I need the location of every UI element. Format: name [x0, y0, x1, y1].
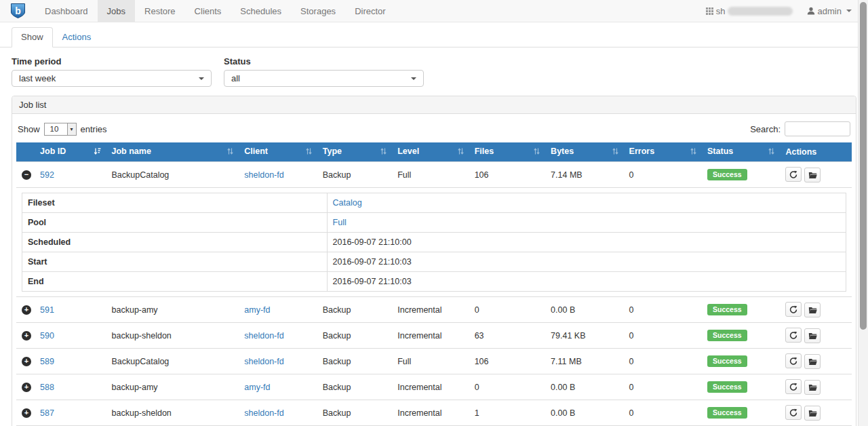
column-header-job-id[interactable]: Job ID — [35, 142, 106, 162]
status-cell: Success — [702, 297, 780, 323]
nav-item-dashboard[interactable]: Dashboard — [35, 0, 98, 22]
user-icon — [807, 7, 815, 15]
expand-row-icon[interactable]: + — [22, 408, 31, 418]
job-id-link[interactable]: 588 — [40, 383, 54, 392]
expand-row-icon[interactable]: + — [22, 331, 31, 341]
search-label: Search: — [750, 124, 781, 134]
panel-title: Job list — [12, 96, 856, 114]
nav-item-jobs[interactable]: Jobs — [98, 0, 135, 22]
tab-show[interactable]: Show — [12, 27, 53, 47]
status-badge: Success — [707, 330, 747, 341]
entries-value: 10 — [45, 123, 67, 135]
table-row-job-589: +589BackupCatalogsheldon-fdBackupFull106… — [16, 349, 852, 374]
job-name-cell: backup-amy — [106, 374, 239, 400]
column-header-client[interactable]: Client — [239, 142, 317, 162]
detail-value: 2016-09-07 21:10:03 — [327, 272, 846, 292]
client-cell: amy-fd — [239, 374, 317, 400]
browse-job-button[interactable] — [804, 354, 821, 369]
status-cell: Success — [702, 162, 780, 188]
status-filter: Status all — [224, 56, 424, 87]
job-id-link[interactable]: 591 — [40, 305, 54, 315]
hostname-prefix: sh — [716, 6, 726, 16]
nav-item-director[interactable]: Director — [345, 0, 395, 22]
files-cell: 63 — [469, 323, 545, 349]
detail-value: 2016-09-07 21:10:00 — [327, 233, 846, 252]
table-controls: Show 10 ▾ entries Search: — [16, 118, 852, 142]
expand-row-icon[interactable]: + — [22, 305, 31, 315]
rerun-job-button[interactable] — [785, 405, 802, 420]
client-link[interactable]: sheldon-fd — [244, 408, 283, 418]
type-cell: Backup — [317, 297, 392, 323]
client-link[interactable]: amy-fd — [244, 305, 270, 315]
rerun-job-button[interactable] — [785, 302, 802, 317]
scrollbar-track[interactable] — [858, 0, 868, 426]
tab-bar: Show Actions — [0, 22, 868, 47]
client-link[interactable]: sheldon-fd — [244, 331, 283, 341]
collapse-row-icon[interactable]: − — [22, 170, 31, 180]
fileset-link[interactable]: Catalog — [333, 198, 362, 208]
column-header-type[interactable]: Type — [317, 142, 392, 162]
column-header-job-name[interactable]: Job name — [106, 142, 239, 162]
detail-value: 2016-09-07 21:10:03 — [327, 252, 846, 272]
entries-control: Show 10 ▾ entries — [18, 123, 107, 136]
pool-link[interactable]: Full — [333, 218, 347, 227]
type-cell: Backup — [317, 374, 392, 400]
errors-cell: 0 — [624, 349, 702, 374]
time-period-select[interactable]: last week — [12, 70, 212, 87]
errors-cell: 0 — [624, 400, 702, 426]
status-select[interactable]: all — [224, 70, 424, 87]
table-row-job-592: −592BackupCatalogsheldon-fdBackupFull106… — [16, 162, 852, 188]
type-cell: Backup — [317, 400, 392, 426]
client-link[interactable]: sheldon-fd — [244, 357, 283, 366]
client-link[interactable]: amy-fd — [244, 383, 270, 392]
status-badge: Success — [707, 381, 747, 393]
brand-logo[interactable]: b — [10, 0, 26, 22]
job-id-link[interactable]: 587 — [40, 408, 54, 418]
expand-row-icon[interactable]: + — [22, 357, 31, 366]
browse-job-button[interactable] — [804, 406, 821, 421]
column-header-status[interactable]: Status — [702, 142, 780, 162]
rerun-job-button[interactable] — [785, 353, 802, 368]
entries-select[interactable]: 10 ▾ — [44, 123, 77, 136]
level-cell: Incremental — [392, 400, 469, 426]
detail-row-fileset: FilesetCatalog — [22, 193, 846, 213]
nav-item-storages[interactable]: Storages — [291, 0, 345, 22]
rerun-job-button[interactable] — [785, 167, 802, 182]
column-header-files[interactable]: Files — [469, 142, 545, 162]
sort-both-icon — [612, 147, 618, 157]
rerun-job-button[interactable] — [785, 379, 802, 394]
browse-job-button[interactable] — [804, 168, 821, 182]
actions-cell — [780, 374, 852, 400]
expand-row-icon[interactable]: + — [22, 383, 31, 392]
job-id-link[interactable]: 589 — [40, 357, 54, 366]
browse-job-button[interactable] — [804, 328, 821, 343]
column-header-errors[interactable]: Errors — [624, 142, 702, 162]
nav-item-schedules[interactable]: Schedules — [231, 0, 291, 22]
detail-row-scheduled: Scheduled2016-09-07 21:10:00 — [22, 233, 846, 252]
table-row-job-587: +587backup-sheldonsheldon-fdBackupIncrem… — [16, 400, 852, 426]
level-cell: Incremental — [392, 374, 469, 400]
client-link[interactable]: sheldon-fd — [244, 170, 283, 180]
hostname-blurred — [728, 7, 793, 16]
actions-cell — [780, 400, 852, 426]
job-id-link[interactable]: 590 — [40, 331, 54, 341]
client-cell: sheldon-fd — [239, 349, 317, 374]
sort-both-icon — [458, 147, 464, 157]
column-header-bytes[interactable]: Bytes — [545, 142, 623, 162]
nav-item-restore[interactable]: Restore — [135, 0, 185, 22]
nav-item-clients[interactable]: Clients — [185, 0, 231, 22]
actions-cell — [780, 162, 852, 188]
detail-label: Scheduled — [22, 233, 328, 252]
job-id-link[interactable]: 592 — [40, 170, 54, 180]
search-input[interactable] — [785, 121, 850, 136]
tab-actions[interactable]: Actions — [53, 27, 101, 47]
user-menu[interactable]: admin — [807, 6, 852, 16]
status-badge: Success — [707, 407, 747, 419]
svg-text:b: b — [15, 5, 21, 16]
browse-job-button[interactable] — [804, 303, 821, 317]
job-table: Job IDJob nameClientTypeLevelFilesBytesE… — [16, 142, 852, 426]
browse-job-button[interactable] — [804, 380, 821, 395]
column-header-level[interactable]: Level — [392, 142, 469, 162]
scrollbar-thumb[interactable] — [860, 2, 867, 330]
rerun-job-button[interactable] — [785, 328, 802, 343]
